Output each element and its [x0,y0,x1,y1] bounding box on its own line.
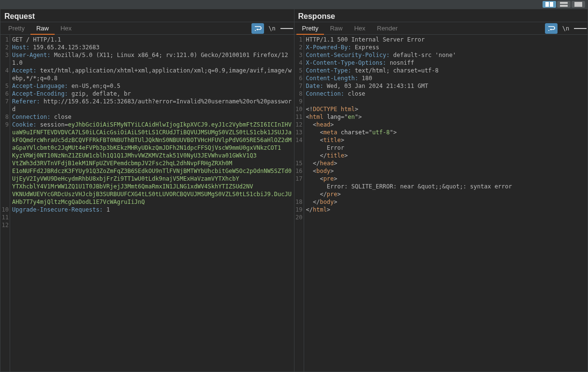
svg-rect-3 [560,5,568,7]
response-tabs: PrettyRawHexRender \n [294,22,588,35]
request-tab-hex[interactable]: Hex [55,23,77,34]
request-tabs: PrettyRawHex \n [0,22,294,35]
layout-split-horizontal-button[interactable] [543,1,556,8]
layout-toolbar [0,0,588,9]
svg-rect-1 [550,2,553,7]
response-tab-hex[interactable]: Hex [348,23,371,34]
layout-split-vertical-button[interactable] [557,1,571,8]
svg-rect-2 [560,2,568,4]
hamburger-icon[interactable] [574,23,587,34]
response-panel: Response PrettyRawHexRender \n 123456789… [294,9,588,372]
hamburger-icon[interactable] [280,23,293,34]
request-title: Request [0,9,294,22]
svg-rect-0 [545,2,549,7]
wrap-icon[interactable] [545,23,558,34]
request-tab-pretty[interactable]: Pretty [2,23,30,34]
response-tab-raw[interactable]: Raw [324,23,348,34]
layout-single-button[interactable] [572,1,585,8]
request-panel: Request PrettyRawHex \n 123456789101112 … [0,9,294,372]
request-editor[interactable]: 123456789101112 GET / HTTP/1.1Host: 159.… [0,35,294,372]
newline-icon[interactable]: \n [559,23,572,34]
response-title: Response [294,9,588,22]
response-viewer[interactable]: 1234567891011121314 151617 181920 HTTP/1… [294,35,588,372]
newline-icon[interactable]: \n [266,23,279,34]
wrap-icon[interactable] [251,23,264,34]
response-tab-render[interactable]: Render [371,23,404,34]
svg-rect-4 [574,2,582,7]
request-tab-raw[interactable]: Raw [30,23,55,35]
response-tab-pretty[interactable]: Pretty [296,23,324,35]
